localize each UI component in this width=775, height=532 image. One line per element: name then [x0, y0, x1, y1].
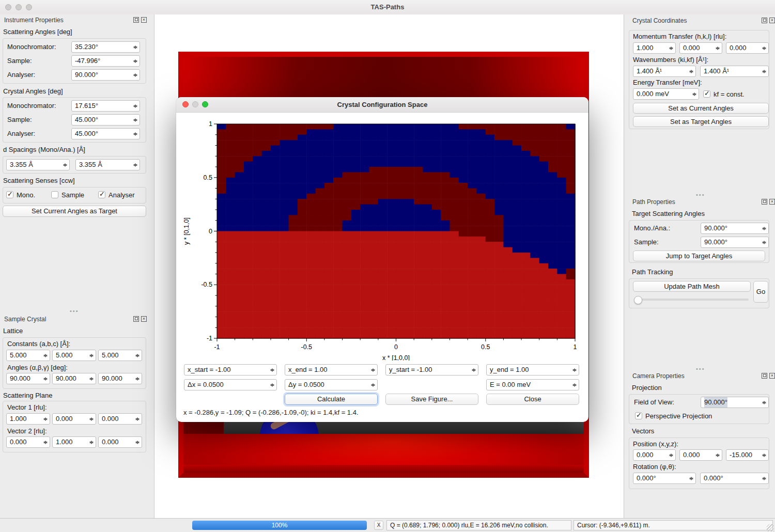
close-panel-icon[interactable]: ×: [141, 17, 147, 23]
sense-analyser-checkbox[interactable]: [98, 191, 105, 198]
mono-scattering-angle-input[interactable]: 35.230°: [71, 41, 140, 53]
kf-const-checkbox[interactable]: [703, 90, 710, 98]
slider-handle[interactable]: [634, 296, 642, 304]
vector2-z-input[interactable]: 0.000: [98, 436, 142, 448]
sample-crystal-angle-input[interactable]: 45.000°: [71, 114, 140, 126]
stepper-icon[interactable]: [133, 43, 138, 52]
vector2-y-input[interactable]: 1.000: [52, 436, 96, 448]
stepper-icon[interactable]: [716, 451, 720, 460]
stepper-icon[interactable]: [762, 238, 767, 247]
close-button[interactable]: Close: [486, 394, 579, 405]
y-end-input[interactable]: y_end = 1.00: [486, 364, 579, 375]
d-spacing-ana-input[interactable]: 3.355 Å: [75, 159, 140, 170]
vector1-y-input[interactable]: 0.000: [52, 413, 96, 425]
stepper-icon[interactable]: [133, 116, 138, 124]
stepper-icon[interactable]: [89, 438, 94, 447]
close-panel-icon[interactable]: ×: [141, 316, 147, 322]
float-panel-icon[interactable]: [133, 17, 139, 23]
stepper-icon[interactable]: [762, 398, 767, 407]
stepper-icon[interactable]: [762, 44, 767, 53]
position-z-input[interactable]: -15.000: [726, 449, 769, 461]
energy-dialog-input[interactable]: E = 0.00 meV: [486, 379, 579, 390]
calculate-button[interactable]: Calculate: [285, 394, 378, 405]
set-as-current-angles-button[interactable]: Set as Current Angles: [633, 103, 769, 114]
target-sample-input[interactable]: 90.000°: [701, 237, 769, 248]
stepper-icon[interactable]: [716, 44, 720, 53]
float-panel-icon[interactable]: [762, 373, 767, 379]
float-panel-icon[interactable]: [762, 199, 767, 205]
vector1-x-input[interactable]: 1.000: [6, 413, 50, 425]
stepper-icon[interactable]: [669, 44, 674, 53]
stepper-icon[interactable]: [762, 224, 767, 233]
close-panel-icon[interactable]: ×: [769, 18, 775, 23]
mono-crystal-angle-input[interactable]: 17.615°: [71, 100, 140, 112]
stepper-icon[interactable]: [89, 351, 94, 360]
stepper-icon[interactable]: [133, 102, 138, 111]
energy-input[interactable]: 0.000 meV: [633, 88, 699, 100]
stepper-icon[interactable]: [43, 351, 48, 360]
field-of-view-input[interactable]: 90.000°: [701, 397, 769, 408]
y-start-input[interactable]: y_start = -1.00: [385, 364, 478, 375]
vector1-z-input[interactable]: 0.000: [98, 413, 142, 425]
lattice-b-input[interactable]: 5.000: [52, 350, 96, 361]
float-panel-icon[interactable]: [762, 18, 767, 23]
float-panel-icon[interactable]: [133, 316, 139, 322]
stepper-icon[interactable]: [135, 438, 140, 447]
stepper-icon[interactable]: [689, 474, 694, 483]
target-mono-ana-input[interactable]: 90.000°: [701, 223, 769, 234]
q-h-input[interactable]: 1.000: [633, 42, 676, 54]
stepper-icon[interactable]: [133, 161, 138, 169]
analyser-crystal-angle-input[interactable]: 45.000°: [71, 128, 140, 139]
position-y-input[interactable]: 0.000: [679, 449, 722, 461]
update-path-mesh-button[interactable]: Update Path Mesh: [633, 281, 751, 292]
analyser-scattering-angle-input[interactable]: 90.000°: [71, 69, 140, 81]
stepper-icon[interactable]: [133, 130, 138, 138]
stepper-icon[interactable]: [762, 474, 767, 483]
stepper-icon[interactable]: [689, 67, 694, 76]
perspective-projection-checkbox[interactable]: [635, 412, 642, 419]
stepper-icon[interactable]: [43, 374, 48, 383]
rotation-theta-input[interactable]: 0.000°: [700, 473, 769, 484]
rotation-phi-input[interactable]: 0.000°: [633, 473, 696, 484]
lattice-a-input[interactable]: 5.000: [6, 350, 50, 361]
dialog-titlebar[interactable]: Crystal Configuration Space: [176, 97, 588, 113]
ki-input[interactable]: 1.400 Å¹: [633, 66, 696, 77]
d-spacing-mono-input[interactable]: 3.355 Å: [6, 159, 70, 170]
sense-sample-checkbox[interactable]: [51, 191, 58, 198]
set-as-target-angles-button[interactable]: Set as Target Angles: [633, 116, 769, 127]
set-current-angles-as-target-button[interactable]: Set Current Angles as Target: [3, 206, 146, 217]
dock-splitter-handle[interactable]: •••: [696, 192, 705, 198]
sample-scattering-angle-input[interactable]: -47.996°: [71, 55, 140, 67]
save-figure-button[interactable]: Save Figure...: [385, 394, 478, 405]
go-button[interactable]: Go: [753, 281, 768, 303]
stepper-icon[interactable]: [371, 381, 376, 389]
stepper-icon[interactable]: [135, 351, 140, 360]
stepper-icon[interactable]: [89, 415, 94, 424]
stepper-icon[interactable]: [669, 451, 674, 460]
stepper-icon[interactable]: [133, 57, 138, 66]
close-panel-icon[interactable]: ×: [769, 373, 775, 379]
q-k-input[interactable]: 0.000: [679, 42, 722, 54]
kf-input[interactable]: 1.400 Å¹: [700, 66, 769, 77]
dock-splitter-handle[interactable]: •••: [696, 366, 705, 372]
stepper-icon[interactable]: [572, 366, 577, 374]
stepper-icon[interactable]: [135, 415, 140, 424]
stepper-icon[interactable]: [371, 366, 376, 374]
lattice-alpha-input[interactable]: 90.000: [6, 373, 50, 384]
x-end-input[interactable]: x_end = 1.00: [285, 364, 378, 375]
lattice-beta-input[interactable]: 90.000: [52, 373, 96, 384]
resize-grip[interactable]: [767, 524, 774, 531]
x-start-input[interactable]: x_start = -1.00: [184, 364, 277, 375]
close-panel-icon[interactable]: ×: [769, 199, 775, 205]
stepper-icon[interactable]: [135, 374, 140, 383]
stepper-icon[interactable]: [572, 381, 577, 389]
cancel-progress-button[interactable]: X: [374, 521, 383, 530]
sense-mono-checkbox[interactable]: [6, 191, 13, 198]
stepper-icon[interactable]: [43, 438, 48, 447]
stepper-icon[interactable]: [133, 71, 138, 80]
stepper-icon[interactable]: [692, 90, 697, 99]
stepper-icon[interactable]: [762, 67, 767, 76]
stepper-icon[interactable]: [270, 366, 275, 374]
stepper-icon[interactable]: [43, 415, 48, 424]
q-l-input[interactable]: 0.000: [726, 42, 769, 54]
